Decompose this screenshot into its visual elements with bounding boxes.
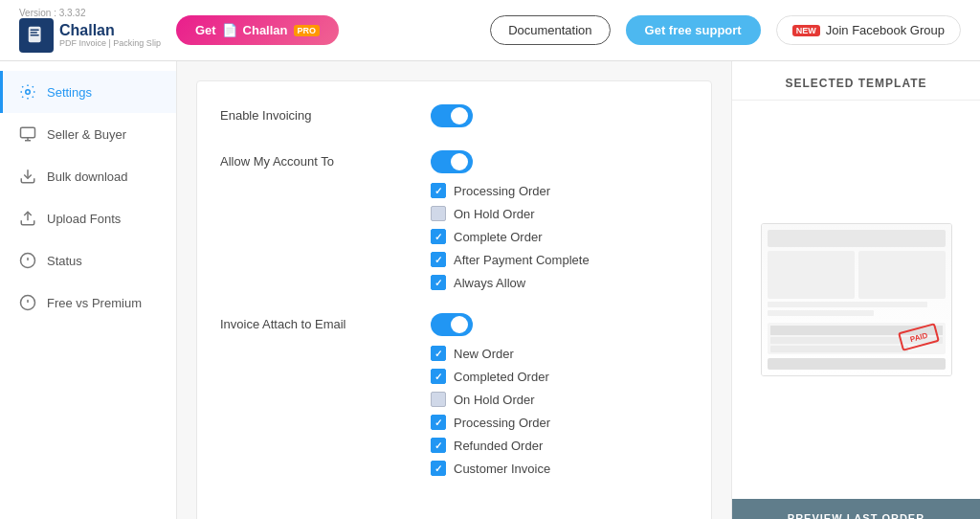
list-item: Complete Order — [431, 229, 590, 244]
after-payment-complete-checkbox[interactable] — [431, 252, 446, 267]
list-item: New Order — [431, 346, 550, 361]
bulk-download-icon — [18, 167, 37, 186]
allow-my-account-toggle[interactable] — [431, 150, 473, 173]
allow-my-account-row: Allow My Account To Processing Order — [220, 150, 688, 290]
sidebar: Settings Seller & Buyer Bulk downl — [0, 61, 177, 519]
main-layout: Settings Seller & Buyer Bulk downl — [0, 61, 980, 519]
processing-order-checkbox[interactable] — [431, 183, 446, 198]
get-challan-button[interactable]: Get 📄 Challan PRO — [176, 15, 339, 45]
enable-invoicing-row: Enable Invoicing — [220, 104, 688, 127]
allow-my-account-content: Processing Order On Hold Order Complete … — [431, 150, 590, 290]
invoice-attach-row: Invoice Attach to Email New Order — [220, 313, 688, 476]
svg-rect-3 — [31, 34, 39, 35]
completed-order-checkbox[interactable] — [431, 369, 446, 384]
invoice-attach-content: New Order Completed Order On Hold Order — [431, 313, 550, 476]
list-item: Refunded Order — [431, 438, 550, 453]
content-area: Enable Invoicing Allow My Account To — [177, 61, 731, 519]
sidebar-upload-fonts-label: Upload Fonts — [47, 212, 121, 226]
sidebar-item-status[interactable]: Status — [0, 239, 176, 282]
refunded-order-checkbox[interactable] — [431, 438, 446, 453]
preview-last-order-button[interactable]: PREVIEW LAST ORDER — [732, 499, 980, 519]
on-hold-order-email-checkbox[interactable] — [431, 392, 446, 407]
sidebar-bulk-download-label: Bulk download — [47, 169, 128, 184]
sidebar-item-upload-fonts[interactable]: Upload Fonts — [0, 197, 176, 239]
list-item: Processing Order — [431, 415, 550, 430]
header: Version : 3.3.32 Challan PDF Invoice | P… — [0, 0, 980, 61]
list-item: Always Allow — [431, 275, 590, 290]
join-facebook-label: Join Facebook Group — [826, 23, 945, 37]
sidebar-settings-label: Settings — [47, 85, 92, 100]
logo-icon — [19, 18, 54, 53]
version-label: Version : 3.3.32 — [19, 8, 86, 18]
upload-fonts-icon — [18, 209, 37, 228]
processing-order-email-checkbox[interactable] — [431, 415, 446, 430]
enable-invoicing-toggle[interactable] — [431, 104, 473, 127]
invoice-attach-label: Invoice Attach to Email — [220, 313, 431, 331]
new-badge: NEW — [792, 25, 820, 36]
list-item: Processing Order — [431, 183, 590, 198]
allow-my-account-label: Allow My Account To — [220, 150, 431, 169]
free-vs-premium-icon — [18, 293, 37, 312]
logo-name: Challan — [59, 22, 161, 39]
join-facebook-group-button[interactable]: NEW Join Facebook Group — [776, 15, 961, 45]
sidebar-status-label: Status — [47, 254, 82, 268]
template-preview-area: PAID — [732, 101, 980, 499]
right-panel: SELECTED TEMPLATE — [731, 61, 980, 519]
enable-invoicing-label: Enable Invoicing — [220, 104, 431, 123]
logo: Version : 3.3.32 Challan PDF Invoice | P… — [19, 8, 161, 53]
settings-icon — [18, 82, 37, 102]
sidebar-item-free-vs-premium[interactable]: Free vs Premium — [0, 282, 176, 324]
invoice-attach-toggle[interactable] — [431, 313, 473, 336]
list-item: Completed Order — [431, 369, 550, 384]
list-item: Customer Invoice — [431, 461, 550, 476]
svg-rect-5 — [21, 127, 35, 138]
svg-rect-1 — [31, 30, 39, 31]
list-item: On Hold Order — [431, 206, 590, 221]
allow-my-account-checkbox-list: Processing Order On Hold Order Complete … — [431, 183, 590, 290]
new-order-checkbox[interactable] — [431, 346, 446, 361]
get-challan-brand-text: Challan — [243, 23, 288, 37]
always-allow-checkbox[interactable] — [431, 275, 446, 290]
template-image: PAID — [761, 223, 952, 376]
invoice-attach-checkbox-list: New Order Completed Order On Hold Order — [431, 346, 550, 476]
list-item: On Hold Order — [431, 392, 550, 407]
pro-badge: PRO — [294, 25, 321, 36]
sidebar-free-vs-premium-label: Free vs Premium — [47, 296, 142, 310]
logo-text: Challan PDF Invoice | Packing Slip — [59, 22, 161, 48]
documentation-button[interactable]: Documentation — [490, 15, 610, 45]
svg-rect-2 — [31, 32, 37, 33]
selected-template-header: SELECTED TEMPLATE — [732, 61, 980, 101]
status-icon — [18, 251, 37, 270]
sidebar-item-bulk-download[interactable]: Bulk download — [0, 155, 176, 197]
customer-invoice-checkbox[interactable] — [431, 461, 446, 476]
svg-point-4 — [26, 90, 31, 95]
on-hold-order-checkbox[interactable] — [431, 206, 446, 221]
sidebar-seller-buyer-label: Seller & Buyer — [47, 127, 126, 142]
settings-panel: Enable Invoicing Allow My Account To — [196, 80, 712, 519]
seller-buyer-icon — [18, 124, 37, 144]
get-challan-get-text: Get — [195, 23, 216, 37]
sidebar-item-seller-buyer[interactable]: Seller & Buyer — [0, 113, 176, 155]
document-icon: 📄 — [222, 23, 237, 37]
get-free-support-button[interactable]: Get free support — [626, 15, 761, 45]
sidebar-item-settings[interactable]: Settings — [0, 71, 176, 113]
logo-subtitle: PDF Invoice | Packing Slip — [59, 39, 161, 49]
list-item: After Payment Complete — [431, 252, 590, 267]
complete-order-checkbox[interactable] — [431, 229, 446, 244]
